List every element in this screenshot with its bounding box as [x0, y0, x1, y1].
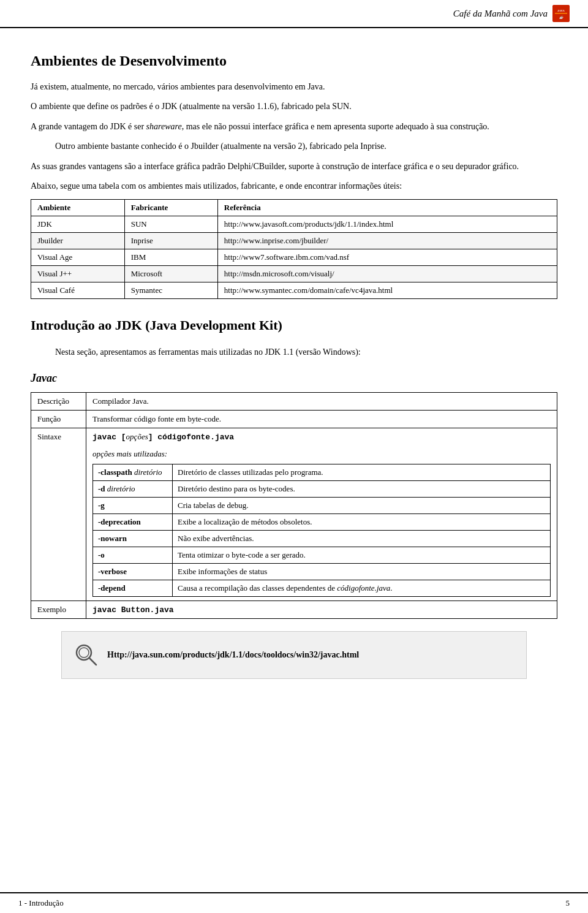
option-depend-desc: Causa a recompilação das classes depende… [173, 580, 551, 596]
javac-table: Descrição Compilador Java. Função Transf… [31, 392, 557, 619]
paragraph-2: O ambiente que define os padrões é o JDK… [31, 100, 557, 113]
label-funcao: Função [31, 410, 86, 428]
content-sintaxe: javac [opções] códigofonte.java opções m… [86, 428, 557, 600]
table-row: JDKSUNhttp://www.javasoft.com/products/j… [31, 216, 557, 233]
option-nowarn: -nowarn [93, 530, 173, 547]
paragraph-1: Já existem, atualmente, no mercado, vári… [31, 80, 557, 94]
svg-line-6 [89, 658, 96, 665]
option-classpath-desc: Diretório de classes utilizadas pelo pro… [173, 464, 551, 480]
main-content: Ambientes de Desenvolvimento Já existem,… [0, 28, 588, 746]
paragraph-3: A grande vantagem do JDK é ser shareware… [31, 120, 557, 134]
url-text: Http://java.sun.com/products/jdk/1.1/doc… [107, 650, 359, 660]
option-verbose: -verbose [93, 563, 173, 580]
option-deprecation: -deprecation [93, 513, 173, 530]
svg-point-5 [79, 648, 89, 657]
javac-heading: Javac [31, 372, 557, 385]
table-row: -verbose Exibe informações de status [93, 563, 551, 580]
environment-table: Ambiente Fabricante Referência JDKSUNhtt… [31, 199, 557, 299]
options-table: -classpath diretório Diretório de classe… [92, 464, 551, 597]
footer-left: 1 - Introdução [18, 898, 64, 908]
table-row: Função Transformar código fonte em byte-… [31, 410, 557, 428]
paragraph-6: Abaixo, segue uma tabela com os ambiente… [31, 180, 557, 193]
option-depend: -depend [93, 580, 173, 596]
content-funcao: Transformar código fonte em byte-code. [86, 410, 557, 428]
option-nowarn-desc: Não exibe advertências. [173, 530, 551, 547]
content-exemplo: javac Button.java [86, 600, 557, 618]
table-row: Visual J++Microsofthttp://msdn.microsoft… [31, 266, 557, 282]
table-row: -g Cria tabelas de debug. [93, 497, 551, 513]
option-g: -g [93, 497, 173, 513]
url-box: Http://java.sun.com/products/jdk/1.1/doc… [61, 631, 527, 679]
page: Café da Manhã com Java JAVA ☕ Ambientes … [0, 0, 588, 913]
env-table-header-referencia: Referência [217, 200, 557, 216]
env-table-header-ambiente: Ambiente [31, 200, 125, 216]
main-heading: Ambientes de Desenvolvimento [31, 53, 557, 69]
option-o: -o [93, 547, 173, 563]
table-row: -depend Causa a recompilação das classes… [93, 580, 551, 596]
table-row: Visual AgeIBMhttp://www7.software.ibm.co… [31, 249, 557, 266]
label-sintaxe: Sintaxe [31, 428, 86, 600]
option-verbose-desc: Exibe informações de status [173, 563, 551, 580]
label-exemplo: Exemplo [31, 600, 86, 618]
table-row: Exemplo javac Button.java [31, 600, 557, 618]
header-title: Café da Manhã com Java [453, 9, 548, 19]
option-d-desc: Diretório destino para os byte-codes. [173, 480, 551, 497]
search-icon [74, 643, 99, 667]
page-header: Café da Manhã com Java JAVA ☕ [0, 0, 588, 28]
label-descricao: Descrição [31, 392, 86, 410]
footer-right: 5 [566, 898, 570, 908]
table-row: -deprecation Exibe a localização de méto… [93, 513, 551, 530]
option-d: -d diretório [93, 480, 173, 497]
option-o-desc: Tenta otimizar o byte-code a ser gerado. [173, 547, 551, 563]
option-g-desc: Cria tabelas de debug. [173, 497, 551, 513]
table-row: -nowarn Não exibe advertências. [93, 530, 551, 547]
svg-rect-2 [555, 13, 567, 14]
table-row: -d diretório Diretório destino para os b… [93, 480, 551, 497]
table-row: JbuilderInprisehttp://www.inprise.com/jb… [31, 233, 557, 249]
table-row: -classpath diretório Diretório de classe… [93, 464, 551, 480]
option-deprecation-desc: Exibe a localização de métodos obsoletos… [173, 513, 551, 530]
page-footer: 1 - Introdução 5 [0, 892, 588, 913]
content-descricao: Compilador Java. [86, 392, 557, 410]
paragraph-5: As suas grandes vantagens são a interfac… [31, 160, 557, 173]
table-row: Visual CaféSymantechttp://www.symantec.c… [31, 282, 557, 299]
java-logo-icon: JAVA ☕ [552, 5, 570, 22]
table-row: Descrição Compilador Java. [31, 392, 557, 410]
jdk-intro: Nesta seção, apresentamos as ferramentas… [31, 346, 557, 359]
paragraph-4: Outro ambiente bastante conhecido é o Jb… [31, 140, 557, 153]
table-row: -o Tenta otimizar o byte-code a ser gera… [93, 547, 551, 563]
option-classpath: -classpath diretório [93, 464, 173, 480]
jdk-section-heading: Introdução ao JDK (Java Development Kit) [31, 317, 557, 333]
env-table-header-fabricante: Fabricante [124, 200, 217, 216]
svg-text:JAVA: JAVA [557, 9, 565, 12]
table-row: Sintaxe javac [opções] códigofonte.java … [31, 428, 557, 600]
